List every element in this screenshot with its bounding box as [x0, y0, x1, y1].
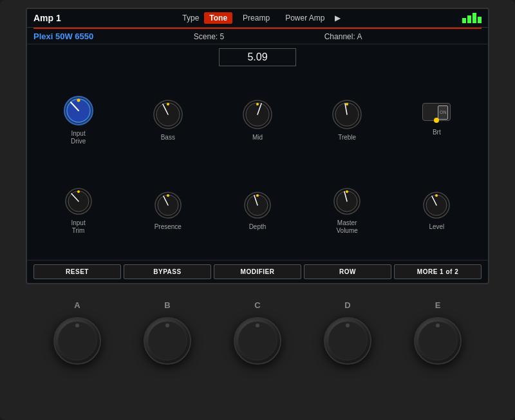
modifier-button[interactable]: MODIFIER [214, 264, 301, 279]
knobs-area: InputDrive Bass [27, 70, 488, 260]
svg-point-26 [256, 194, 259, 197]
svg-point-30 [346, 190, 348, 193]
physical-knob-a[interactable] [52, 315, 103, 367]
physical-knob-c-item: C [232, 300, 283, 367]
input-trim-label: InputTrim [71, 219, 85, 235]
value-display: 5.09 [27, 44, 488, 70]
knob-row-2: InputTrim Presence [33, 167, 482, 255]
presence-label: Presence [154, 223, 182, 231]
input-drive-item: InputDrive [53, 94, 104, 145]
mid-label: Mid [252, 134, 263, 142]
master-volume-knob[interactable] [332, 186, 362, 217]
header-tabs: Type Tone Preamp Power Amp ▶ [182, 12, 341, 24]
mid-knob[interactable] [241, 98, 274, 131]
physical-knob-e[interactable] [412, 315, 464, 367]
physical-knob-e-item: E [412, 300, 464, 367]
tab-tone[interactable]: Tone [204, 12, 232, 24]
more-button[interactable]: MORE 1 of 2 [394, 264, 482, 279]
row-button[interactable]: ROW [304, 264, 391, 279]
treble-item: Treble [321, 98, 373, 142]
brt-item: ON Brt [411, 103, 462, 136]
arrow-icon[interactable]: ▶ [335, 14, 341, 23]
level-knob[interactable] [421, 190, 452, 221]
screen: Amp 1 Type Tone Preamp Power Amp ▶ Plexi… [26, 8, 489, 284]
treble-label: Treble [338, 134, 356, 142]
svg-point-14 [346, 103, 348, 105]
physical-knob-c[interactable] [232, 315, 283, 367]
physical-knob-e-label: E [435, 300, 441, 310]
svg-point-2 [77, 98, 80, 102]
level-bar-4 [478, 17, 482, 23]
physical-knob-d[interactable] [322, 315, 373, 367]
scene-label: Scene: 5 [194, 32, 224, 41]
svg-point-34 [435, 194, 438, 197]
brt-label: Brt [433, 129, 441, 136]
brt-toggle[interactable]: ON [422, 103, 451, 121]
physical-knob-c-label: C [254, 300, 260, 310]
treble-knob[interactable] [330, 98, 364, 131]
sub-header: Plexi 50W 6550 Scene: 5 Channel: A [27, 29, 488, 44]
depth-knob[interactable] [242, 190, 273, 221]
bass-label: Bass [161, 134, 175, 142]
level-bar-2 [467, 15, 471, 23]
preset-name: Plexi 50W 6550 [33, 32, 93, 41]
presence-knob[interactable] [153, 190, 183, 221]
channel-label: Channel: A [324, 32, 362, 41]
bass-knob[interactable] [151, 98, 185, 131]
amp-title: Amp 1 [33, 13, 61, 23]
svg-point-38 [75, 324, 79, 327]
physical-knob-b-label: B [164, 300, 170, 310]
physical-knob-b-item: B [142, 300, 193, 367]
svg-point-47 [346, 324, 350, 327]
physical-knob-d-label: D [344, 300, 350, 310]
tab-power-amp[interactable]: Power Amp [280, 12, 330, 24]
level-item: Level [411, 190, 462, 231]
svg-point-18 [77, 190, 80, 193]
depth-label: Depth [249, 223, 267, 231]
physical-knob-b[interactable] [142, 315, 193, 367]
level-bars [462, 13, 482, 23]
master-volume-item: MasterVolume [321, 186, 373, 235]
tab-preamp[interactable]: Preamp [238, 12, 275, 24]
knob-row-1: InputDrive Bass [33, 75, 482, 164]
bottom-buttons: RESET BYPASS MODIFIER ROW MORE 1 of 2 [27, 260, 488, 283]
level-bar-3 [473, 13, 476, 23]
svg-point-41 [165, 324, 169, 327]
physical-knob-a-label: A [74, 300, 80, 310]
reset-button[interactable]: RESET [33, 264, 121, 279]
input-drive-label: InputDrive [71, 130, 86, 145]
master-volume-label: MasterVolume [336, 219, 357, 235]
depth-item: Depth [232, 190, 283, 231]
mid-item: Mid [232, 98, 283, 142]
physical-knobs: A B [26, 288, 489, 373]
bypass-button[interactable]: BYPASS [124, 264, 211, 279]
value-box: 5.09 [219, 48, 296, 66]
physical-knob-d-item: D [322, 300, 373, 367]
svg-point-22 [167, 194, 169, 197]
input-trim-knob[interactable] [63, 186, 94, 217]
level-label: Level [429, 223, 444, 231]
svg-point-10 [256, 103, 259, 105]
presence-item: Presence [142, 190, 194, 231]
brt-dot [434, 118, 439, 123]
device-body: Amp 1 Type Tone Preamp Power Amp ▶ Plexi… [0, 0, 515, 420]
header-bar: Amp 1 Type Tone Preamp Power Amp ▶ [27, 9, 488, 28]
physical-knob-a-item: A [52, 300, 103, 367]
svg-point-44 [256, 324, 259, 327]
svg-point-6 [167, 103, 169, 105]
svg-point-50 [436, 324, 440, 327]
bass-item: Bass [142, 98, 194, 142]
input-trim-item: InputTrim [53, 186, 104, 235]
input-drive-knob[interactable] [62, 94, 95, 127]
brt-toggle-inner: ON [438, 105, 448, 120]
type-label: Type [182, 14, 199, 23]
level-bar-1 [462, 18, 466, 23]
